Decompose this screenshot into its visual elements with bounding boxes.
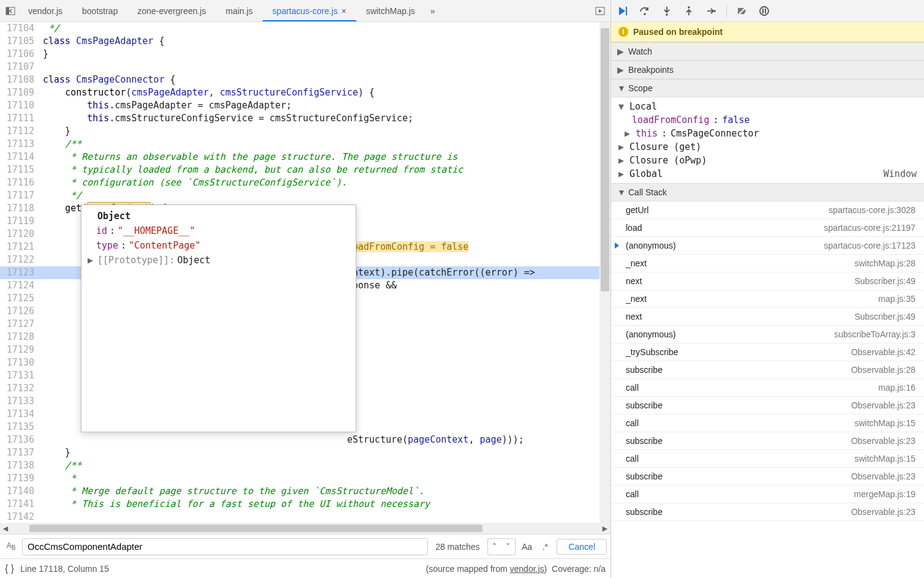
- step-icon[interactable]: [703, 3, 719, 19]
- replace-toggle-icon[interactable]: AB: [4, 541, 18, 551]
- regex-icon[interactable]: .*: [537, 539, 553, 555]
- tab-zone-evergreen-js[interactable]: zone-evergreen.js: [127, 1, 216, 21]
- line-number[interactable]: 17122: [0, 253, 39, 266]
- line-number[interactable]: 17114: [0, 151, 39, 163]
- tabs-overflow-icon[interactable]: »: [425, 3, 441, 19]
- line-number[interactable]: 17139: [0, 472, 39, 485]
- line-number[interactable]: 17123: [0, 266, 39, 279]
- code-line[interactable]: this.cmsPageAdapter = cmsPageAdapter;: [39, 99, 610, 112]
- code-line[interactable]: * typically loaded from a backend, but c…: [39, 163, 610, 176]
- step-into-icon[interactable]: [659, 3, 675, 19]
- code-line[interactable]: * This is beneficial for a fast setup of…: [39, 498, 610, 511]
- cancel-button[interactable]: Cancel: [557, 539, 607, 555]
- line-number[interactable]: 17107: [0, 61, 39, 73]
- scope-var-this[interactable]: ▶this: CmsPageConnector: [611, 127, 924, 140]
- step-out-icon[interactable]: [681, 3, 697, 19]
- scope-closure-get[interactable]: ▶Closure (get): [611, 140, 924, 154]
- line-number[interactable]: 17128: [0, 331, 39, 343]
- line-number[interactable]: 17127: [0, 318, 39, 331]
- tab-bootstrap[interactable]: bootstrap: [72, 1, 127, 21]
- callstack-section-header[interactable]: ▼Call Stack: [611, 183, 924, 201]
- code-line[interactable]: }: [39, 125, 610, 138]
- line-number[interactable]: 17113: [0, 138, 39, 151]
- stack-frame[interactable]: nextSubscriber.js:49: [611, 272, 924, 290]
- horizontal-scrollbar[interactable]: ◄ ►: [0, 523, 610, 534]
- tab-switchmap-js[interactable]: switchMap.js: [356, 1, 425, 21]
- line-number[interactable]: 17119: [0, 215, 39, 228]
- stack-frame[interactable]: (anonymous)spartacus-core.js:17123: [611, 237, 924, 255]
- watch-section-header[interactable]: ▶Watch: [611, 42, 924, 61]
- match-case-icon[interactable]: Aa: [519, 539, 535, 555]
- line-number[interactable]: 17118: [0, 202, 39, 215]
- toggle-navigator-icon[interactable]: [2, 3, 18, 19]
- line-number[interactable]: 17111: [0, 112, 39, 125]
- code-line[interactable]: /**: [39, 459, 610, 472]
- code-line[interactable]: [39, 61, 610, 73]
- pause-on-exceptions-icon[interactable]: [756, 3, 772, 19]
- stack-frame[interactable]: nextSubscriber.js:49: [611, 308, 924, 326]
- line-number[interactable]: 17109: [0, 86, 39, 99]
- code-line[interactable]: /**: [39, 138, 610, 151]
- line-number[interactable]: 17104: [0, 22, 39, 35]
- stack-frame[interactable]: callmergeMap.js:19: [611, 486, 924, 503]
- line-number[interactable]: 17117: [0, 189, 39, 202]
- tab-spartacus-core-js[interactable]: spartacus-core.js×: [263, 1, 356, 21]
- breakpoints-section-header[interactable]: ▶Breakpoints: [611, 61, 924, 79]
- tab-main-js[interactable]: main.js: [216, 1, 262, 21]
- resume-icon[interactable]: [615, 3, 631, 19]
- scroll-left-icon[interactable]: ◄: [0, 524, 11, 533]
- stack-frame[interactable]: (anonymous)subscribeToArray.js:3: [611, 326, 924, 343]
- value-tooltip[interactable]: Object id: "__HOMEPAGE__" type: "Content…: [81, 205, 356, 432]
- line-number[interactable]: 17141: [0, 498, 39, 511]
- code-line[interactable]: constructor(cmsPageAdapter, cmsStructure…: [39, 86, 610, 99]
- stack-frame[interactable]: _nextmap.js:35: [611, 290, 924, 308]
- stack-frame[interactable]: loadspartacus-core.js:21197: [611, 219, 924, 237]
- code-line[interactable]: }: [39, 48, 610, 61]
- code-line[interactable]: */: [39, 22, 610, 35]
- tab-vendor-js[interactable]: vendor.js: [18, 1, 72, 21]
- stack-frame[interactable]: subscribeObservable.js:28: [611, 361, 924, 379]
- stack-frame[interactable]: subscribeObservable.js:23: [611, 432, 924, 450]
- line-number[interactable]: 17124: [0, 279, 39, 292]
- line-number[interactable]: 17132: [0, 382, 39, 395]
- line-number[interactable]: 17116: [0, 176, 39, 189]
- code-line[interactable]: class CmsPageConnector {: [39, 73, 610, 86]
- stack-frame[interactable]: getUrlspartacus-core.js:3028: [611, 201, 924, 219]
- line-number[interactable]: 17126: [0, 305, 39, 318]
- line-number[interactable]: 17136: [0, 434, 39, 446]
- stack-frame[interactable]: callmap.js:16: [611, 379, 924, 397]
- search-input[interactable]: [22, 538, 428, 555]
- code-editor[interactable]: 17104 */17105class CmsPageAdapter {17106…: [0, 22, 610, 523]
- line-number[interactable]: 17110: [0, 99, 39, 112]
- code-line[interactable]: */: [39, 189, 610, 202]
- run-snippet-icon[interactable]: [592, 3, 608, 19]
- code-line[interactable]: }: [39, 446, 610, 459]
- stack-frame[interactable]: subscribeObservable.js:23: [611, 503, 924, 521]
- stack-frame[interactable]: subscribeObservable.js:23: [611, 468, 924, 486]
- line-number[interactable]: 17108: [0, 73, 39, 86]
- prev-match-icon[interactable]: ˄: [488, 539, 501, 555]
- stack-frame[interactable]: subscribeObservable.js:23: [611, 397, 924, 415]
- scope-var-loadfromconfig[interactable]: loadFromConfig: false: [611, 113, 924, 127]
- line-number[interactable]: 17120: [0, 228, 39, 241]
- stack-frame[interactable]: _nextswitchMap.js:28: [611, 255, 924, 272]
- line-number[interactable]: 17130: [0, 356, 39, 369]
- line-number[interactable]: 17105: [0, 35, 39, 48]
- code-line[interactable]: class CmsPageAdapter {: [39, 35, 610, 48]
- expand-icon[interactable]: ▶: [88, 253, 95, 268]
- line-number[interactable]: 17137: [0, 446, 39, 459]
- pretty-print-icon[interactable]: { }: [5, 563, 14, 574]
- scope-closure-opwp[interactable]: ▶Closure (oPwp): [611, 154, 924, 167]
- deactivate-breakpoints-icon[interactable]: [734, 3, 750, 19]
- line-number[interactable]: 17133: [0, 395, 39, 408]
- scope-local[interactable]: ▼Local: [611, 100, 924, 113]
- line-number[interactable]: 17125: [0, 292, 39, 305]
- code-line[interactable]: * configuration (see `CmsStructureConfig…: [39, 176, 610, 189]
- line-number[interactable]: 17112: [0, 125, 39, 138]
- line-number[interactable]: 17134: [0, 408, 39, 421]
- scope-global[interactable]: ▶GlobalWindow: [611, 167, 924, 181]
- stack-frame[interactable]: callswitchMap.js:15: [611, 450, 924, 468]
- line-number[interactable]: 17121: [0, 241, 39, 253]
- line-number[interactable]: 17140: [0, 485, 39, 498]
- line-number[interactable]: 17131: [0, 369, 39, 382]
